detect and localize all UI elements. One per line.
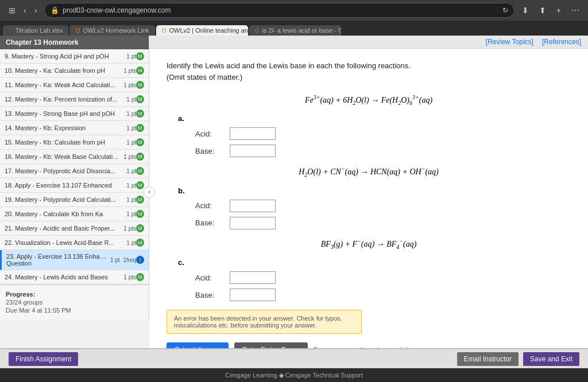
- tab-icon: X: [9, 28, 13, 34]
- browser-toolbar: ⊞ ‹ › 🔒 prod03-cnow-owl.cengagenow.com ↻…: [0, 0, 588, 21]
- sidebar-item-14-badge: M: [136, 124, 144, 132]
- sidebar-item-9[interactable]: 9. Mastery - Strong Acid pH and pOH 1 pt…: [0, 49, 149, 64]
- save-and-exit-button[interactable]: Save and Exit: [523, 352, 579, 366]
- back-button[interactable]: ‹: [21, 5, 29, 16]
- section-c-acid-input[interactable]: [230, 271, 276, 284]
- section-c-acid-row: Acid:: [195, 271, 571, 284]
- equation-c-text: BF3(g) + F−(aq) → BF4−(aq): [321, 240, 417, 248]
- sidebar-item-10-pts: 1 pts: [123, 68, 136, 74]
- error-notice: An error has been detected in your answe…: [167, 310, 362, 334]
- section-b: b. Acid: Base:: [178, 186, 571, 229]
- footer-support: Cengage Technical Support: [285, 372, 363, 379]
- section-c-base-input[interactable]: [230, 289, 276, 301]
- sidebar-item-12-pts: 1 pt: [126, 96, 136, 103]
- sidebar-item-19-label: 19. Mastery - Polyprotic Acid Calculati.…: [5, 196, 124, 203]
- sidebar-item-21[interactable]: 21. Mastery - Acidic and Basic Proper...…: [0, 221, 149, 236]
- sidebar-progress: Progress: 23/24 groups Due Mar 4 at 11:5…: [0, 284, 149, 319]
- forward-button[interactable]: ›: [32, 5, 40, 16]
- section-a-acid-input[interactable]: [230, 127, 276, 140]
- content-topbar: [Review Topics] [References]: [149, 36, 588, 49]
- sidebar-item-18-badge: M: [136, 181, 144, 189]
- sidebar-item-13-badge: M: [136, 110, 144, 118]
- submit-answer-button[interactable]: Submit Answer: [167, 342, 229, 348]
- section-b-base-input[interactable]: [230, 217, 276, 229]
- sidebar-item-18[interactable]: 18. Apply - Exercise 13.107 Enhanced 1 p…: [0, 178, 149, 193]
- review-topics-link[interactable]: [Review Topics]: [486, 38, 533, 46]
- sidebar-collapse-button[interactable]: ‹: [144, 186, 155, 198]
- sidebar-item-22-pts: 1 pt: [126, 240, 136, 246]
- attempts-remaining-text: 8 more group attempts remaining: [314, 346, 415, 348]
- sidebar-item-16-pts: 1 pts: [123, 154, 136, 160]
- extensions-button[interactable]: ⋯: [568, 5, 582, 16]
- sidebar-item-17-label: 17. Mastery - Polyprotic Acid Dissocia..…: [5, 167, 124, 174]
- new-tab-button[interactable]: +: [554, 5, 564, 16]
- sidebar-item-15-pts: 1 pt: [126, 139, 136, 146]
- section-b-acid-label: Acid:: [195, 201, 224, 210]
- refresh-icon: ↻: [502, 6, 508, 14]
- tab-icon: O: [162, 28, 167, 34]
- question-intro: Identify the Lewis acid and the Lewis ba…: [167, 60, 571, 83]
- sidebar-item-13[interactable]: 13. Mastery - Strong Base pH and pOH 1 p…: [0, 107, 149, 121]
- sidebar-item-19-pts: 1 pt: [126, 197, 136, 203]
- sidebar-item-23-badge: i: [136, 256, 144, 264]
- sidebar-item-22-badge: M: [136, 239, 144, 247]
- section-a-base-input[interactable]: [230, 145, 276, 157]
- sidebar-item-15[interactable]: 15. Mastery - Kb: Calculate from pH 1 pt…: [0, 135, 149, 150]
- error-text: An error has been detected in your answe…: [174, 315, 342, 329]
- sidebar-item-20-label: 20. Mastery - Calculate Kb from Ka: [5, 211, 124, 217]
- progress-label: Progress:: [6, 291, 143, 298]
- tab-label: is 2l- a lewis acid or base - Google Sea…: [262, 27, 341, 34]
- footer-separator: ◆: [279, 372, 284, 379]
- sidebar-item-14-label: 14. Mastery - Kb: Expression: [5, 124, 124, 131]
- section-a-base-label: Base:: [195, 147, 224, 155]
- sidebar-item-19-badge: M: [136, 196, 144, 204]
- tab-label: OWLv2 | Online teaching and learning res…: [169, 27, 248, 34]
- section-b-label: b.: [178, 186, 185, 195]
- sidebar-item-23-label: 23. Apply - Exercise 13.136 Enhan... Que…: [6, 253, 108, 267]
- share-button[interactable]: ⬆: [536, 5, 549, 16]
- sidebar-item-16-label: 16. Mastery - Kb: Weak Base Calculati...: [5, 153, 121, 160]
- tab-owlv2-online[interactable]: O OWLv2 | Online teaching and learning r…: [156, 25, 248, 36]
- sidebar-item-11[interactable]: 11. Mastery - Ka: Weak Acid Calculati...…: [0, 78, 149, 92]
- references-link[interactable]: [References]: [542, 38, 581, 46]
- lock-icon: 🔒: [51, 6, 59, 14]
- content-area: [Review Topics] [References] Identify th…: [149, 36, 588, 348]
- tab-owlv2-homework[interactable]: O OWLv2 Homework Link: [69, 25, 154, 36]
- section-b-acid-input[interactable]: [230, 200, 276, 212]
- tab-google[interactable]: G is 2l- a lewis acid or base - Google S…: [249, 25, 341, 36]
- sidebar-item-10[interactable]: 10. Mastery - Ka: Calculate from pH 1 pt…: [0, 64, 149, 78]
- window-menu-button[interactable]: ⊞: [6, 5, 18, 16]
- sidebar-item-14-pts: 1 pt: [126, 125, 136, 131]
- sidebar-item-17[interactable]: 17. Mastery - Polyprotic Acid Dissocia..…: [0, 164, 149, 178]
- sidebar-header: Chapter 13 Homework: [0, 36, 149, 49]
- sidebar-title: Chapter 13 Homework: [6, 38, 79, 46]
- section-a: a. Acid: Base:: [178, 114, 571, 157]
- sidebar-item-22-label: 22. Visualization - Lewis Acid-Base R...: [5, 239, 124, 246]
- sidebar-item-14[interactable]: 14. Mastery - Kb: Expression 1 pt M: [0, 121, 149, 135]
- sidebar-item-12[interactable]: 12. Mastery - Ka: Percent Ionization of.…: [0, 92, 149, 107]
- sidebar-item-24[interactable]: 24. Mastery - Lewis Acids and Bases 1 pt…: [0, 270, 149, 284]
- sidebar-item-20-pts: 1 pt: [126, 211, 136, 217]
- sidebar-item-18-label: 18. Apply - Exercise 13.107 Enhanced: [5, 182, 124, 189]
- finish-assignment-button[interactable]: Finish Assignment: [9, 352, 78, 366]
- sidebar-item-20-badge: M: [136, 210, 144, 218]
- main-container: Chapter 13 Homework 9. Mastery - Strong …: [0, 36, 588, 348]
- sidebar-item-20[interactable]: 20. Mastery - Calculate Kb from Ka 1 pt …: [0, 207, 149, 221]
- sidebar-item-18-pts: 1 pt: [126, 182, 136, 189]
- section-a-label: a.: [178, 114, 184, 123]
- sidebar-item-22[interactable]: 22. Visualization - Lewis Acid-Base R...…: [0, 236, 149, 250]
- sidebar-item-16[interactable]: 16. Mastery - Kb: Weak Base Calculati...…: [0, 150, 149, 164]
- browser-nav-buttons: ⊞ ‹ ›: [6, 5, 40, 16]
- sidebar-item-13-label: 13. Mastery - Strong Base pH and pOH: [5, 110, 124, 117]
- sidebar-item-15-label: 15. Mastery - Kb: Calculate from pH: [5, 139, 124, 146]
- sidebar-item-21-label: 21. Mastery - Acidic and Basic Proper...: [5, 225, 121, 232]
- retry-entire-group-button[interactable]: Retry Entire Group: [234, 342, 308, 348]
- email-instructor-button[interactable]: Email Instructor: [457, 352, 519, 366]
- sidebar-item-17-pts: 1 pt: [126, 168, 136, 174]
- address-bar[interactable]: 🔒 prod03-cnow-owl.cengagenow.com ↻: [44, 3, 514, 18]
- sidebar-item-23[interactable]: 23. Apply - Exercise 13.136 Enhan... Que…: [0, 250, 149, 270]
- tab-titration[interactable]: X Titration Lab.xlsx: [3, 25, 68, 36]
- section-a-acid-row: Acid:: [195, 127, 571, 140]
- downloads-button[interactable]: ⬇: [519, 5, 532, 16]
- sidebar-item-19[interactable]: 19. Mastery - Polyprotic Acid Calculati.…: [0, 193, 149, 207]
